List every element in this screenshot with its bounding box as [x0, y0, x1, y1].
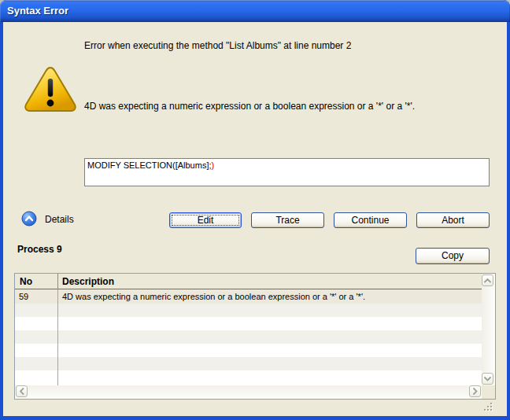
- error-message-primary: Error when executing the method "List Al…: [84, 40, 351, 51]
- scroll-left-icon: [20, 388, 24, 395]
- warning-icon: [23, 64, 78, 116]
- scroll-left-button[interactable]: [16, 385, 28, 397]
- titlebar[interactable]: Syntax Error: [0, 0, 510, 22]
- window-title: Syntax Error: [7, 5, 68, 17]
- table-row-empty: [15, 317, 482, 330]
- table-row-empty: [15, 330, 482, 344]
- trace-button[interactable]: Trace: [251, 212, 324, 228]
- table-row-empty: [15, 357, 482, 370]
- scroll-right-icon: [473, 388, 478, 395]
- continue-button[interactable]: Continue: [334, 212, 407, 228]
- table-row-empty: [15, 304, 482, 317]
- scroll-right-button[interactable]: [469, 385, 481, 397]
- table-row-empty: [15, 344, 482, 357]
- code-editor-box[interactable]: MODIFY SELECTION([Albums];): [84, 158, 490, 186]
- code-text: MODIFY SELECTION([Albums];: [87, 160, 212, 170]
- column-header-description: Description: [62, 276, 114, 287]
- cell-error-number: 59: [19, 292, 28, 301]
- details-toggle-button[interactable]: [21, 211, 37, 227]
- error-table: No Description 59 4D was expecting a num…: [14, 273, 496, 400]
- error-message-secondary: 4D was expecting a numeric expression or…: [84, 101, 415, 112]
- chevron-up-icon: [21, 211, 37, 227]
- scroll-up-button[interactable]: [482, 274, 493, 286]
- scroll-down-icon: [484, 377, 491, 381]
- edit-button[interactable]: Edit: [169, 212, 242, 228]
- dialog-body: Error when executing the method "List Al…: [3, 22, 507, 416]
- copy-button[interactable]: Copy: [416, 248, 490, 264]
- process-label: Process 9: [17, 244, 62, 255]
- column-divider: [57, 289, 58, 385]
- table-header: No Description: [15, 274, 482, 289]
- scroll-down-button[interactable]: [482, 373, 493, 385]
- scrollbar-corner: [482, 385, 495, 399]
- abort-button[interactable]: Abort: [416, 212, 490, 228]
- vertical-scrollbar[interactable]: [482, 274, 495, 385]
- column-divider: [57, 274, 58, 289]
- table-rows: 59 4D was expecting a numeric expression…: [15, 289, 482, 385]
- horizontal-scrollbar[interactable]: [15, 385, 482, 399]
- table-row[interactable]: 59 4D was expecting a numeric expression…: [15, 289, 482, 304]
- cell-error-description: 4D was expecting a numeric expression or…: [62, 292, 365, 301]
- code-error-token: ): [212, 160, 215, 170]
- syntax-error-dialog: Syntax Error: [0, 0, 510, 420]
- details-label: Details: [45, 214, 74, 225]
- scroll-up-icon: [484, 278, 491, 283]
- resize-grip-icon[interactable]: [483, 402, 494, 416]
- table-row-empty: [15, 370, 482, 384]
- column-header-no: No: [20, 276, 32, 287]
